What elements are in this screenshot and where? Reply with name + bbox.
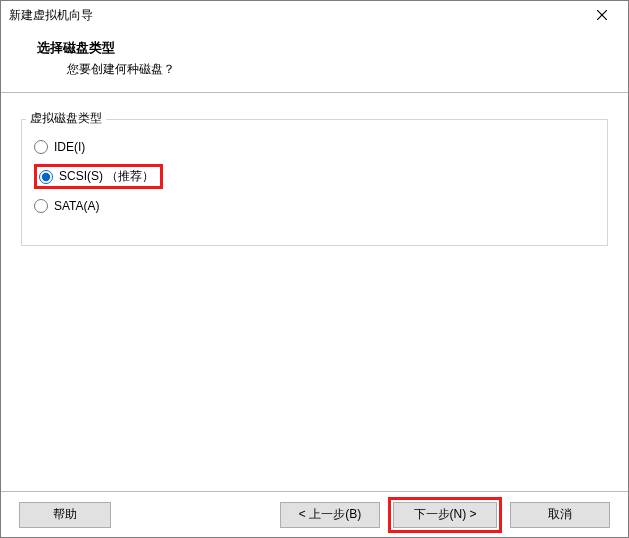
close-icon	[597, 10, 607, 20]
radio-option-sata[interactable]: SATA(A)	[34, 199, 595, 213]
highlight-next: 下一步(N) >	[388, 497, 502, 533]
titlebar: 新建虚拟机向导	[1, 1, 628, 29]
header-title: 选择磁盘类型	[37, 39, 608, 57]
radio-sata-label: SATA(A)	[54, 199, 100, 213]
radio-scsi-input[interactable]	[39, 170, 53, 184]
highlight-scsi: SCSI(S) （推荐）	[34, 164, 163, 189]
next-button[interactable]: 下一步(N) >	[393, 502, 497, 528]
radio-scsi-label: SCSI(S) （推荐）	[59, 168, 154, 185]
cancel-button[interactable]: 取消	[510, 502, 610, 528]
group-legend: 虚拟磁盘类型	[26, 110, 106, 127]
wizard-content: 虚拟磁盘类型 IDE(I) SCSI(S) （推荐） SATA(A)	[1, 93, 628, 491]
back-button[interactable]: < 上一步(B)	[280, 502, 380, 528]
radio-option-scsi-row: SCSI(S) （推荐）	[34, 164, 595, 189]
radio-ide-label: IDE(I)	[54, 140, 85, 154]
disk-type-group: 虚拟磁盘类型 IDE(I) SCSI(S) （推荐） SATA(A)	[21, 119, 608, 246]
radio-ide-input[interactable]	[34, 140, 48, 154]
radio-sata-input[interactable]	[34, 199, 48, 213]
header-subtitle: 您要创建何种磁盘？	[37, 61, 608, 78]
help-button[interactable]: 帮助	[19, 502, 111, 528]
radio-option-scsi[interactable]: SCSI(S) （推荐）	[39, 168, 154, 185]
radio-option-ide[interactable]: IDE(I)	[34, 140, 595, 154]
button-bar: 帮助 < 上一步(B) 下一步(N) > 取消	[1, 491, 628, 537]
close-button[interactable]	[582, 3, 622, 27]
wizard-header: 选择磁盘类型 您要创建何种磁盘？	[1, 29, 628, 93]
window-title: 新建虚拟机向导	[9, 7, 582, 24]
wizard-window: 新建虚拟机向导 选择磁盘类型 您要创建何种磁盘？ 虚拟磁盘类型 IDE(I) S	[0, 0, 629, 538]
